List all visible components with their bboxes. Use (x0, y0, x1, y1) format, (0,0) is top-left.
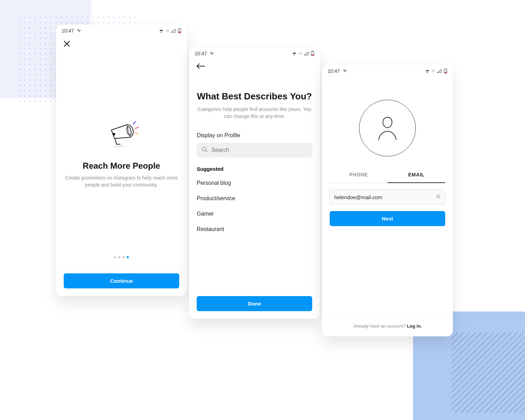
phone-screen-reach-more-people: 10:47 H (56, 24, 187, 296)
wifi-icon (425, 69, 430, 73)
battery-icon (444, 69, 447, 74)
back-button[interactable] (189, 58, 320, 73)
heart-rate-icon (210, 51, 215, 56)
phone-screen-category-select: 10:47 H What Best Describes You? Categor… (189, 47, 320, 319)
search-icon (202, 146, 208, 154)
network-h-label: H (299, 52, 302, 56)
page-dot[interactable] (118, 256, 120, 258)
pagination-dots (64, 256, 179, 268)
hero-title: Reach More People (83, 161, 160, 171)
avatar-placeholder (359, 100, 416, 156)
status-time: 10:47 (195, 51, 207, 56)
close-icon (63, 40, 71, 48)
status-time: 10:47 (62, 28, 74, 34)
status-bar: 10:47 H (56, 24, 187, 35)
page-dot[interactable] (114, 256, 116, 258)
svg-rect-10 (312, 51, 313, 52)
svg-line-6 (133, 121, 135, 124)
page-dot[interactable] (122, 256, 125, 258)
megaphone-icon (102, 119, 141, 152)
signal-icon (171, 29, 176, 33)
svg-rect-16 (444, 72, 446, 73)
wifi-icon (159, 29, 164, 33)
email-input[interactable] (330, 189, 445, 205)
background-lines (451, 332, 525, 413)
status-bar: 10:47 H (189, 47, 320, 58)
clear-input-button[interactable] (436, 194, 441, 200)
svg-rect-2 (178, 31, 180, 33)
phone-screen-signup-email: 10:47 H PHONE EMAIL (322, 65, 453, 336)
svg-line-8 (135, 133, 138, 134)
signal-icon (304, 51, 309, 56)
svg-rect-1 (179, 28, 180, 29)
tab-phone[interactable]: PHONE (330, 167, 387, 183)
category-list: Personal blog Product/service Gamer Rest… (197, 175, 312, 237)
status-time: 10:47 (328, 68, 340, 74)
svg-point-4 (113, 133, 115, 135)
done-button[interactable]: Done (197, 296, 312, 311)
svg-line-13 (206, 150, 207, 152)
heart-rate-icon (77, 28, 82, 34)
continue-button[interactable]: Continue (64, 273, 179, 288)
divider (56, 268, 187, 268)
wifi-icon (292, 51, 297, 56)
suggested-header: Suggested (197, 166, 312, 172)
status-bar: 10:47 H (322, 65, 453, 75)
hero-section: Reach More People Create promotions on I… (64, 51, 179, 256)
battery-icon (311, 51, 314, 56)
svg-line-7 (135, 127, 139, 128)
login-prompt: Already have an account? Log in. (330, 317, 445, 336)
login-link[interactable]: Log in. (407, 323, 422, 329)
network-h-label: H (432, 69, 435, 73)
display-on-profile-label: Display on Profile (197, 132, 312, 139)
close-icon (436, 194, 441, 199)
heart-rate-icon (343, 68, 348, 74)
contact-tabs: PHONE EMAIL (330, 167, 445, 183)
hero-subtitle: Create promotions on Instagram to help r… (64, 174, 179, 189)
page-title: What Best Describes You? (197, 91, 312, 102)
signal-icon (437, 69, 442, 73)
person-icon (375, 114, 400, 142)
login-prompt-text: Already have an account? (353, 323, 407, 329)
tab-email[interactable]: EMAIL (387, 167, 445, 183)
close-button[interactable] (56, 35, 187, 51)
category-restaurant[interactable]: Restaurant (197, 222, 312, 237)
page-subtitle: Categories help people find accounts lik… (197, 106, 312, 120)
category-personal-blog[interactable]: Personal blog (197, 175, 312, 191)
battery-icon (178, 28, 181, 33)
next-button[interactable]: Next (330, 211, 445, 226)
svg-rect-11 (312, 54, 313, 55)
category-product-service[interactable]: Product/service (197, 191, 312, 206)
page-dot-active[interactable] (127, 256, 129, 258)
svg-rect-15 (445, 69, 446, 69)
search-input[interactable] (197, 143, 312, 158)
network-h-label: H (166, 29, 169, 33)
search-field[interactable] (211, 147, 307, 153)
email-field[interactable] (334, 194, 433, 200)
arrow-left-icon (196, 63, 205, 70)
category-gamer[interactable]: Gamer (197, 206, 312, 222)
